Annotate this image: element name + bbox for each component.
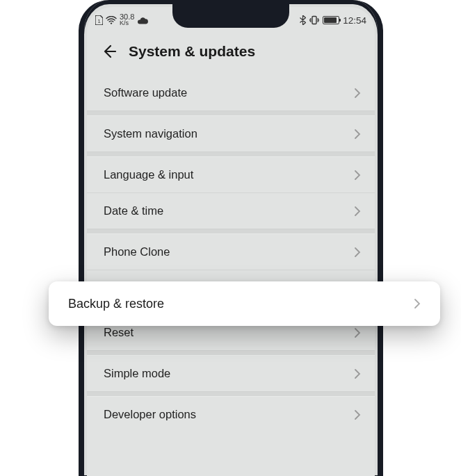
- svg-rect-2: [312, 17, 316, 24]
- chevron-right-icon: [354, 206, 361, 217]
- back-button[interactable]: [101, 44, 116, 59]
- chevron-right-icon: [354, 327, 361, 338]
- network-speed: 30.8 K/s: [120, 14, 134, 26]
- chevron-right-icon: [354, 368, 361, 379]
- bluetooth-icon: [300, 15, 306, 25]
- svg-text:1: 1: [97, 18, 100, 24]
- list-item-software-update[interactable]: Software update: [87, 75, 375, 110]
- list-item-phone-clone[interactable]: Phone Clone: [87, 234, 375, 270]
- list-item-backup-restore[interactable]: Backup & restore: [49, 281, 440, 326]
- chevron-right-icon: [354, 170, 361, 181]
- list-item-language-input[interactable]: Language & input: [87, 157, 375, 193]
- vibrate-icon: [309, 15, 319, 25]
- settings-list: Software update System navigation Langua…: [87, 75, 375, 432]
- chevron-right-icon: [354, 247, 361, 258]
- list-item-label: Phone Clone: [104, 245, 170, 258]
- battery-icon: [323, 16, 339, 24]
- list-item-date-time[interactable]: Date & time: [87, 193, 375, 229]
- list-item-label: Reset: [104, 326, 134, 339]
- sim-icon: 1: [95, 15, 103, 25]
- list-item-label: System navigation: [104, 127, 197, 140]
- chevron-right-icon: [414, 298, 421, 309]
- phone-frame: 1 30.8 K/s: [79, 0, 383, 476]
- clock: 12:54: [343, 15, 366, 26]
- list-item-system-navigation[interactable]: System navigation: [87, 116, 375, 151]
- chevron-right-icon: [354, 129, 361, 140]
- chevron-right-icon: [354, 88, 361, 99]
- chevron-right-icon: [354, 409, 361, 420]
- screen: 1 30.8 K/s: [87, 7, 375, 476]
- list-item-label: Simple mode: [104, 367, 170, 380]
- list-item-simple-mode[interactable]: Simple mode: [87, 356, 375, 391]
- list-item-label: Date & time: [104, 204, 163, 218]
- wifi-icon: [106, 16, 117, 24]
- list-item-label: Developer options: [104, 408, 196, 421]
- list-item-developer-options[interactable]: Developer options: [87, 397, 375, 432]
- list-item-label: Backup & restore: [68, 297, 164, 311]
- page-title: System & updates: [129, 43, 255, 60]
- page-header: System & updates: [87, 33, 375, 72]
- list-item-label: Language & input: [104, 168, 193, 181]
- cloud-icon: [137, 17, 148, 24]
- display-notch: [172, 0, 289, 28]
- svg-point-1: [111, 22, 112, 24]
- list-item-label: Software update: [104, 86, 187, 99]
